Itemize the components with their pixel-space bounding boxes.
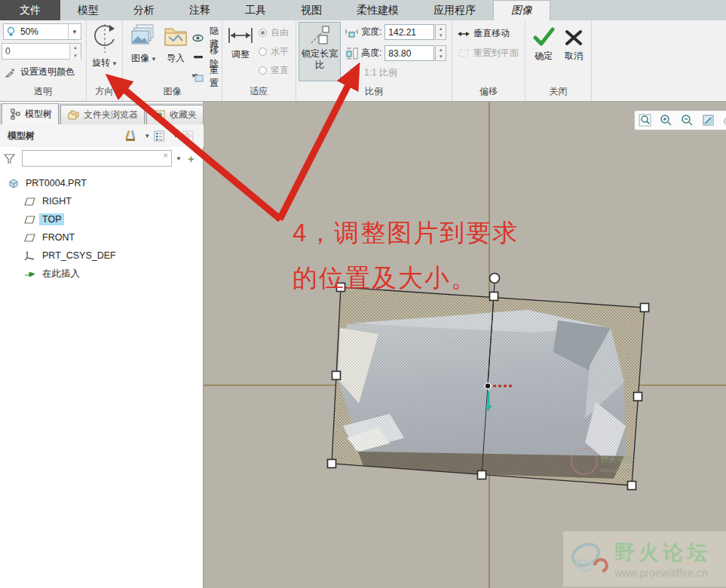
move-vertical-button[interactable]: 垂直移动 [457,27,510,40]
tab-image-active[interactable]: 图像 [493,0,550,20]
reset-to-plane-button[interactable]: 重置到平面 [457,47,519,60]
ok-check-icon [531,26,556,47]
favorites-star-icon [153,109,167,121]
transparency-offset-field[interactable]: 0 ▲▼ [2,43,81,60]
part-cube-icon [6,177,20,189]
width-label: 宽度: [361,26,381,38]
import-folder-icon [163,23,188,50]
model-tree-icon [8,109,22,121]
opacity-dropdown-icon[interactable]: ▼ [68,24,81,39]
tab-analysis[interactable]: 分析 [116,0,172,20]
zoom-out-icon[interactable] [681,115,694,127]
fit-mode-radio-horizontal[interactable]: 水平 [259,45,289,58]
folders-icon [67,109,81,121]
group-transparency: 50% ▼ 0 ▲▼ 设置透明颜色 透明 [0,20,87,101]
rotate-button[interactable]: 旋转▼ [90,23,120,71]
cancel-button[interactable]: 取消 [560,26,587,63]
group-orientation: 旋转▼ 方向 [87,20,123,101]
tree-filter-row: × ▼ + [0,147,204,170]
fit-mode-radio-vertical[interactable]: 竖直 [259,64,289,77]
handle-mid-left[interactable] [332,372,341,380]
filter-dropdown-icon[interactable]: ▼ [176,155,182,162]
tab-model-tree[interactable]: 模型树 [2,103,59,124]
tree-item-csys[interactable]: PRT_CSYS_DEF [0,247,204,265]
tree-tools-icon[interactable] [124,130,137,142]
tab-annotate[interactable]: 注释 [172,0,228,20]
width-input[interactable] [384,24,434,40]
ratio-1to1[interactable]: 1:1 比例 [348,66,397,79]
group-label-image: 图像 [123,85,222,98]
handle-top-right[interactable] [641,304,649,312]
eyedropper-icon [4,66,17,78]
handle-bottom-left[interactable] [328,460,336,468]
tab-tools[interactable]: 工具 [228,0,283,20]
adjust-button[interactable]: 调整 [225,25,256,61]
opacity-value: 50% [20,26,68,37]
in-graphics-toolbar [634,110,726,130]
tab-view[interactable]: 视图 [283,0,339,20]
filter-funnel-icon[interactable] [2,152,16,164]
annotation-text: 4，调整图片到要求 的位置及大小。 [293,210,519,301]
graphics-viewport[interactable]: 野火论坛 www.proewildfire.cn [204,102,726,588]
group-label-close: 关闭 [525,85,591,98]
set-transparent-color-button[interactable]: 设置透明颜色 [4,66,75,78]
datum-plane-icon [23,195,36,207]
eye-icon [192,32,204,44]
width-spinner[interactable]: ▲▼ [435,24,446,40]
group-scale: 锁定长宽比 宽度: ▲▼ 高度: ▲▼ [296,20,452,101]
coordinate-system-icon [23,250,36,262]
saved-orientations-icon[interactable] [723,115,726,127]
group-label-scale: 比例 [296,85,452,98]
group-close: 确定 取消 关闭 [525,20,592,101]
tab-model[interactable]: 模型 [60,0,116,20]
handle-bottom-mid[interactable] [478,471,486,479]
height-input[interactable] [384,45,434,61]
forum-watermark: 野火论坛 www.proewildfire.cn [563,531,726,586]
forum-watermark-title: 野火论坛 [614,539,711,566]
tab-favorites[interactable]: 收藏夹 [146,105,204,124]
tab-applications[interactable]: 应用程序 [416,0,493,20]
opacity-combo[interactable]: 50% ▼ [3,23,81,40]
navigator-panel: 模型树 文件夹浏览器 收藏夹 模型树 ▼ [0,102,204,588]
graphics-canvas: 野火论坛 www.proewildfire.cn [204,102,726,588]
add-filter-icon[interactable]: + [188,152,195,165]
lock-aspect-ratio-toggle[interactable]: 锁定长宽比 [299,22,341,81]
handle-bottom-right[interactable] [628,482,636,490]
tab-folder-browser[interactable]: 文件夹浏览器 [60,105,145,124]
import-button[interactable]: 导入 [162,23,189,65]
model-tree-title: 模型树 [8,130,35,142]
annotation-line-1: 4，调整图片到要求 [293,210,519,256]
tree-settings-dropdown-icon[interactable]: ▼ [173,133,179,139]
tab-flexible-modeling[interactable]: 柔性建模 [339,0,416,20]
repaint-icon[interactable] [702,115,715,127]
tree-item-front[interactable]: FRONT [0,228,204,247]
image-center-handle[interactable] [485,383,491,389]
fit-mode-radio-free[interactable]: 自由 [259,26,289,39]
tree-item-right[interactable]: RIGHT [0,192,204,210]
tab-file[interactable]: 文件 [0,0,60,20]
forum-logo-icon [566,537,611,582]
cancel-x-icon [564,26,584,47]
rotate-dropdown-icon: ▼ [112,60,118,67]
height-measure-icon [345,47,358,60]
transparency-spinner[interactable]: ▲▼ [69,44,81,60]
app-window: 文件 模型 分析 注释 工具 视图 柔性建模 应用程序 图像 50% ▼ 0 ▲… [0,0,726,588]
tree-item-top[interactable]: TOP [0,210,204,228]
annotation-line-2: 的位置及大小。 [293,256,519,301]
clear-filter-icon[interactable]: × [164,151,168,160]
tree-item-insert-here[interactable]: 在此插入 [0,265,204,283]
tree-filter-input[interactable] [22,150,172,167]
tree-settings-icon[interactable] [152,130,166,142]
zoom-in-icon[interactable] [660,115,672,127]
datum-plane-icon [23,231,36,243]
ok-button[interactable]: 确定 [530,26,557,63]
images-button[interactable]: 图像▼ [127,23,161,65]
width-field: 宽度: ▲▼ [345,24,446,40]
tree-tools-dropdown-icon[interactable]: ▼ [144,133,150,139]
handle-mid-right[interactable] [634,393,642,401]
height-spinner[interactable]: ▲▼ [435,45,446,61]
radio-selected-icon [259,29,267,37]
tree-item-part[interactable]: PRT0004.PRT [0,174,204,192]
images-stack-icon [130,23,158,50]
zoom-region-icon[interactable] [639,115,651,127]
